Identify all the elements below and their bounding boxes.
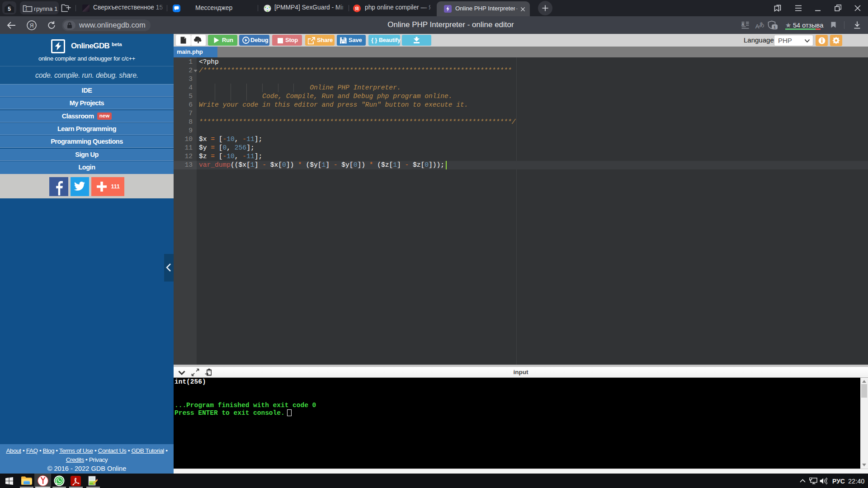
svg-text:あ: あ <box>759 22 764 28</box>
svg-text:Я: Я <box>355 6 359 11</box>
svg-text:5: 5 <box>8 6 11 12</box>
svg-text:Я: Я <box>29 23 33 29</box>
svg-text:A: A <box>741 22 745 27</box>
svg-text:1: 1 <box>774 24 776 29</box>
svg-text:1: 1 <box>25 6 28 11</box>
